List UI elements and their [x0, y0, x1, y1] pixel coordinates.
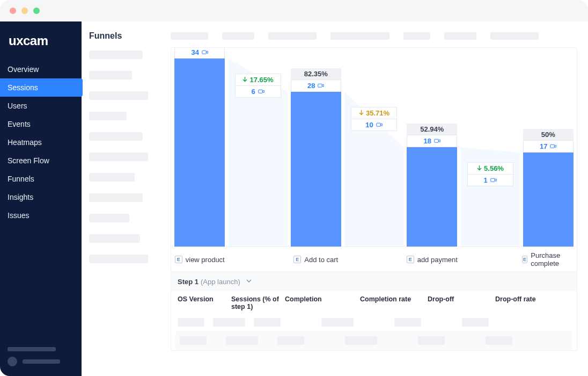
breakdown-step-header[interactable]: Step 1 (App launch) — [171, 272, 577, 291]
drop-count-label[interactable]: 10 — [351, 119, 397, 131]
svg-rect-4 — [435, 139, 439, 142]
step-name-text: view product — [186, 256, 225, 264]
funnel-step-name[interactable]: Eview product — [171, 247, 229, 272]
svg-rect-1 — [258, 90, 262, 93]
session-replay-icon — [434, 138, 440, 144]
maximize-dot-icon[interactable] — [33, 8, 40, 14]
funnel-step-col: 52.94%18 — [403, 48, 461, 247]
close-dot-icon[interactable] — [10, 8, 16, 14]
col-completion: Completion — [285, 295, 360, 310]
sidebar-item-issues[interactable]: Issues — [0, 206, 82, 225]
step-percent-label: 50% — [523, 129, 574, 140]
sidebar-item-heatmaps[interactable]: Heatmaps — [0, 133, 82, 151]
event-icon: E — [407, 256, 414, 263]
skeleton-cell — [213, 318, 245, 327]
skeleton-line — [23, 359, 60, 364]
col-sessions: Sessions (% of step 1) — [231, 295, 285, 310]
breakdown-step-sublabel: (App launch) — [201, 278, 240, 286]
breakdown-step-label: Step 1 — [178, 278, 199, 286]
sidebar-item-sessions[interactable]: Sessions — [0, 78, 83, 97]
chevron-down-icon[interactable] — [246, 278, 252, 286]
skeleton-line — [89, 91, 148, 100]
skeleton-cell — [462, 318, 489, 327]
svg-rect-2 — [318, 84, 322, 87]
col-dropoff: Drop-off — [428, 295, 495, 310]
funnel-step-name[interactable]: EPurchase complete — [520, 247, 577, 272]
drop-percent-label: 35.71% — [351, 107, 397, 119]
drop-percent-label: 17.65% — [235, 74, 281, 86]
step-name-text: Purchase complete — [531, 251, 575, 267]
step-count-label[interactable]: 34 — [174, 47, 225, 59]
session-replay-icon — [202, 49, 208, 56]
sidebar-item-insights[interactable]: Insights — [0, 188, 82, 206]
sidebar-item-funnels[interactable]: Funnels — [0, 170, 82, 188]
logo-text: uxcam — [9, 33, 73, 48]
step-percent-label: 52.94% — [407, 124, 457, 135]
skeleton-control — [268, 32, 317, 40]
skeleton-control — [222, 32, 254, 40]
skeleton-control — [403, 32, 430, 40]
arrow-down-icon — [358, 109, 364, 117]
skeleton-line — [89, 50, 143, 59]
logo: uxcam — [0, 24, 82, 60]
breakdown-column-headers: OS Version Sessions (% of step 1) Comple… — [171, 291, 577, 315]
skeleton-line — [89, 132, 143, 141]
event-icon: E — [293, 256, 301, 263]
main-content: 100%34 17.65%6 82.35%28 35.71%10 52.94%1… — [160, 21, 588, 376]
step-name-text: Add to cart — [304, 256, 338, 264]
skeleton-line — [89, 193, 143, 202]
skeleton-cell — [486, 336, 512, 345]
funnel-step-name[interactable]: Eadd payment — [403, 247, 461, 272]
funnel-step-name[interactable]: EAdd to cart — [288, 247, 345, 272]
sidebar-item-screen-flow[interactable]: Screen Flow — [0, 151, 82, 170]
skeleton-cell — [254, 318, 281, 327]
col-completion-rate: Completion rate — [360, 295, 428, 310]
funnel-step-col: 100%34 — [171, 48, 229, 247]
col-os: OS Version — [178, 295, 231, 310]
nav-footer — [0, 333, 82, 376]
funnel-bar[interactable]: 82.35%28 — [291, 92, 341, 247]
drop-count-label[interactable]: 6 — [235, 86, 281, 98]
arrow-down-icon — [242, 76, 248, 84]
skeleton-cell — [178, 318, 204, 327]
window-titlebar — [0, 0, 588, 21]
step-count-label[interactable]: 17 — [523, 140, 574, 153]
step-count-label[interactable]: 28 — [291, 79, 341, 92]
drop-count-label[interactable]: 1 — [467, 175, 513, 186]
svg-rect-3 — [376, 123, 380, 126]
step-percent-label: 82.35% — [291, 68, 341, 79]
skeleton-cell — [226, 336, 258, 345]
session-replay-icon — [258, 89, 264, 95]
svg-rect-5 — [490, 178, 495, 182]
sidebar-item-overview[interactable]: Overview — [0, 60, 82, 78]
skeleton-line — [89, 71, 132, 79]
step-count-label[interactable]: 18 — [407, 135, 457, 147]
session-replay-icon — [318, 83, 324, 89]
sidebar-item-events[interactable]: Events — [0, 115, 82, 133]
event-icon: E — [175, 256, 182, 263]
arrow-down-icon — [476, 164, 482, 172]
funnel-bar[interactable]: 52.94%18 — [407, 147, 457, 247]
session-replay-icon — [550, 143, 556, 150]
minimize-dot-icon[interactable] — [21, 8, 28, 14]
skeleton-cell — [277, 336, 304, 345]
session-replay-icon — [490, 177, 497, 184]
funnel-bar[interactable]: 50%17 — [523, 153, 574, 247]
skeleton-line — [89, 214, 129, 222]
table-row — [171, 315, 577, 329]
table-row — [175, 331, 572, 350]
skeleton-cell — [345, 336, 377, 345]
funnels-list-panel: Funnels — [82, 21, 160, 376]
col-dropoff-rate: Drop-off rate — [495, 295, 565, 310]
svg-rect-0 — [202, 50, 207, 54]
skeleton-cell — [321, 318, 354, 327]
breakdown-table: Step 1 (App launch) OS Version Sessions … — [171, 272, 577, 351]
drop-percent-label: 5.56% — [467, 162, 513, 175]
funnel-bar[interactable]: 100%34 — [174, 59, 225, 247]
avatar — [8, 357, 17, 366]
funnel-drop-col: 35.71%10 — [344, 48, 403, 247]
event-icon: E — [522, 256, 528, 263]
sidebar-item-users[interactable]: Users — [0, 97, 82, 115]
funnel-drop-col: 17.65%6 — [229, 48, 288, 247]
skeleton-control — [444, 32, 476, 40]
